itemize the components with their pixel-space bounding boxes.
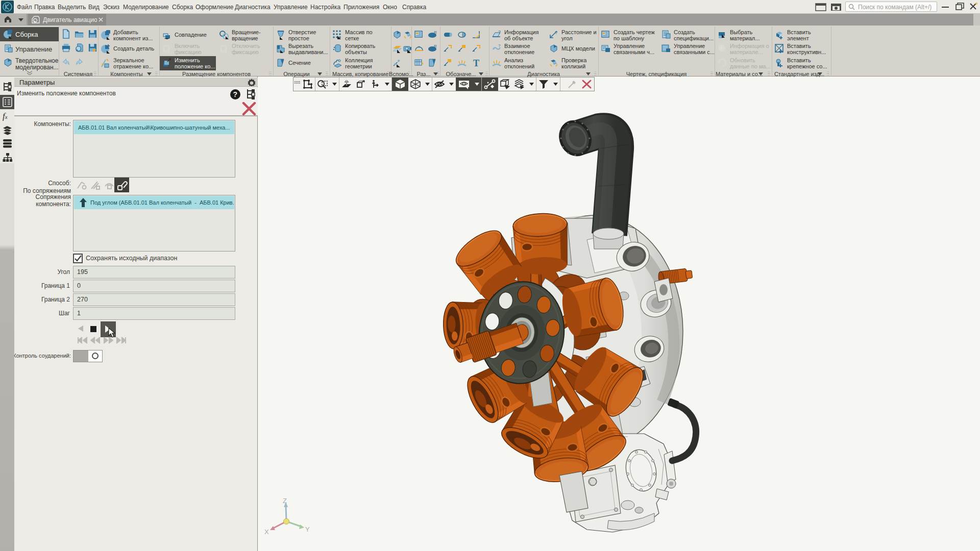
- svg-text:?: ?: [498, 30, 501, 35]
- svg-text:X: X: [264, 528, 269, 536]
- svg-text:R: R: [434, 44, 437, 48]
- svg-text:Y: Y: [305, 525, 310, 533]
- svg-text:R: R: [434, 30, 437, 35]
- svg-text:?: ?: [555, 30, 557, 35]
- svg-text:?: ?: [498, 43, 501, 48]
- svg-text:Z: Z: [283, 497, 287, 505]
- svg-text:i: i: [721, 45, 722, 51]
- svg-text:?: ?: [233, 90, 238, 98]
- svg-text:T: T: [473, 58, 479, 68]
